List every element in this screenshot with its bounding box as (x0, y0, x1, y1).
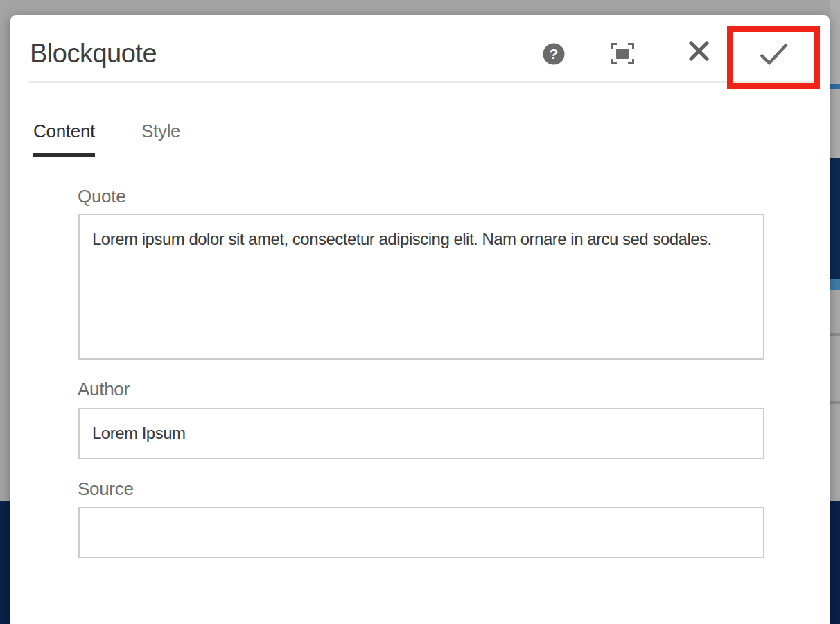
help-button[interactable]: ? (543, 43, 565, 65)
fullscreen-toggle-button[interactable] (611, 43, 634, 64)
header-divider (28, 81, 815, 83)
background-right-sliver: t da np (830, 0, 840, 624)
confirm-button[interactable] (758, 42, 790, 67)
background-section: np (830, 290, 840, 501)
source-input[interactable] (78, 507, 764, 558)
tab-content[interactable]: Content (33, 121, 95, 157)
background-divider (830, 333, 840, 336)
tab-style[interactable]: Style (141, 121, 180, 157)
quote-field-label: Quote (78, 186, 125, 207)
dialog-title: Blockquote (30, 39, 157, 69)
background-hero-banner: t da (830, 158, 840, 279)
author-input[interactable] (78, 408, 764, 459)
checkmark-icon (758, 42, 790, 67)
fullscreen-icon (611, 43, 634, 64)
help-icon: ? (543, 43, 565, 65)
cancel-button[interactable] (688, 40, 710, 62)
background-steel-strip (830, 279, 840, 290)
background-blue-rule (830, 84, 840, 89)
background-divider (830, 401, 840, 404)
background-left-sliver (0, 0, 10, 624)
background-footer-right (830, 501, 840, 624)
source-field-label: Source (78, 478, 134, 500)
close-icon (688, 40, 710, 62)
author-field-label: Author (78, 379, 130, 400)
svg-text:?: ? (550, 46, 559, 62)
blockquote-edit-dialog: Blockquote ? (10, 15, 830, 624)
background-footer-left (0, 501, 10, 624)
quote-textarea[interactable]: Lorem ipsum dolor sit amet, consectetur … (78, 214, 764, 360)
dialog-tab-bar: Content Style (33, 121, 180, 157)
